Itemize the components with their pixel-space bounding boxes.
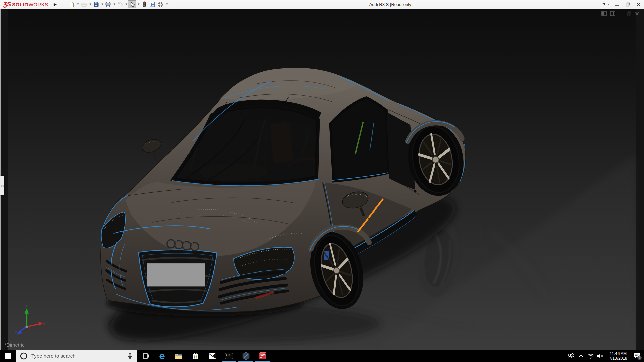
taskbar-file-explorer-button[interactable] — [170, 350, 187, 362]
panel-tab-handle-icon — [1, 185, 4, 187]
new-document-button[interactable] — [68, 0, 76, 8]
options-dropdown-arrow[interactable]: ▼ — [165, 3, 169, 6]
task-view-button[interactable] — [137, 350, 154, 362]
windows-taskbar: Type here to search e — [0, 350, 644, 362]
taskbar-store-button[interactable] — [187, 350, 204, 362]
taskbar-solidworks-button[interactable]: SW 2017 — [254, 350, 271, 362]
taskbar-command-prompt-button[interactable]: C:\_ — [221, 350, 237, 362]
help-dropdown-arrow[interactable]: ▼ — [607, 3, 610, 6]
undo-dropdown-arrow[interactable]: ▼ — [125, 3, 128, 6]
window-title: Audi R8 S [Read-only] — [369, 2, 413, 7]
new-dropdown-arrow[interactable]: ▼ — [76, 3, 80, 6]
action-center-icon: 4 — [633, 352, 642, 360]
restore-icon[interactable] — [626, 2, 630, 7]
select-cursor-icon — [129, 1, 135, 7]
rebuild-traffic-light-icon — [141, 1, 147, 7]
titlebar-separator — [52, 0, 52, 9]
taskbar-clock[interactable]: 11:46 AM 7/13/2018 — [606, 350, 631, 362]
options-button[interactable] — [156, 0, 165, 8]
taskbar-search-box[interactable]: Type here to search — [16, 350, 137, 362]
clock-time: 11:46 AM — [610, 351, 627, 356]
cortana-icon — [20, 352, 28, 360]
window-controls — [615, 2, 641, 7]
triad-x-label: X — [43, 322, 45, 326]
open-dropdown-arrow[interactable]: ▼ — [89, 3, 92, 6]
undo-icon — [117, 1, 123, 7]
doc-minimize-icon[interactable] — [619, 11, 624, 16]
titlebar-controls: ? ▼ — [602, 0, 641, 9]
taskbar-composer-button[interactable] — [237, 350, 254, 362]
search-placeholder: Type here to search — [31, 353, 124, 359]
save-floppy-icon — [93, 1, 99, 7]
solidworks-logo-mark: ƷS — [3, 1, 11, 8]
command-prompt-text: C:\_ — [226, 354, 232, 356]
triad-z-label: Z — [15, 329, 17, 333]
titlebar: ƷS SOLID WORKS ▶ ▼ ▼ — [0, 0, 644, 9]
solidworks-logo-bold: SOLID — [12, 2, 28, 7]
display-pane-icon[interactable] — [601, 11, 607, 16]
volume-button[interactable] — [596, 350, 606, 362]
volume-muted-icon — [597, 353, 604, 359]
microphone-icon[interactable] — [127, 353, 133, 359]
doc-close-icon[interactable] — [635, 11, 639, 16]
notification-badge: 4 — [639, 356, 641, 359]
doc-restore-icon[interactable] — [627, 11, 632, 16]
collapsed-feature-panel-tab[interactable] — [0, 176, 4, 195]
help-label: ? — [602, 2, 605, 7]
tray-overflow-button[interactable] — [576, 350, 586, 362]
license-plate — [147, 263, 205, 286]
edge-icon: e — [159, 352, 165, 360]
close-icon[interactable] — [636, 2, 641, 7]
save-button[interactable] — [92, 0, 100, 8]
print-icon — [105, 1, 111, 7]
wifi-icon — [587, 353, 594, 359]
open-button[interactable] — [80, 0, 88, 8]
open-folder-icon — [81, 1, 87, 7]
model-scene[interactable]: Y X Z — [0, 9, 644, 350]
document-window-controls — [601, 11, 639, 16]
people-icon — [567, 353, 574, 359]
front-grille[interactable] — [139, 250, 217, 307]
print-button[interactable] — [104, 0, 112, 8]
sw-year: 2017 — [259, 356, 266, 358]
start-button[interactable] — [0, 350, 16, 362]
clock-date: 7/13/2018 — [609, 356, 627, 361]
view-orientation-label: *Dimetric — [4, 342, 25, 348]
door-handle — [414, 190, 417, 193]
chevron-up-icon — [579, 354, 583, 357]
file-properties-icon — [149, 1, 155, 7]
file-properties-button[interactable] — [148, 0, 156, 8]
mail-icon — [208, 353, 216, 359]
minimize-icon[interactable] — [615, 2, 620, 7]
composer-hexagon-icon — [241, 352, 250, 360]
quick-access-toolbar: ▼ ▼ ▼ — [68, 0, 169, 8]
flyout-arrow-icon[interactable]: ▶ — [54, 1, 58, 7]
select-button[interactable] — [128, 0, 136, 8]
task-view-icon — [142, 353, 149, 359]
network-button[interactable] — [586, 350, 596, 362]
store-icon — [192, 352, 199, 360]
triad-y-label: Y — [25, 304, 28, 308]
solidworks-2017-icon: SW 2017 — [259, 352, 267, 360]
help-button[interactable]: ? ▼ — [602, 2, 610, 7]
people-button[interactable] — [565, 350, 576, 362]
print-dropdown-arrow[interactable]: ▼ — [113, 3, 116, 6]
solidworks-logo-light: WORKS — [29, 2, 48, 7]
taskbar-edge-button[interactable]: e — [154, 350, 170, 362]
file-explorer-icon — [175, 353, 183, 359]
taskbar-spacer — [271, 350, 565, 362]
feature-pane-icon[interactable] — [610, 11, 616, 16]
taskbar-mail-button[interactable] — [204, 350, 221, 362]
desktop: { "titlebar": { "logo": { "mark": "ƷS", … — [0, 0, 644, 362]
graphics-area[interactable]: Y X Z *Dimetric — [0, 9, 644, 350]
solidworks-logo: ƷS SOLID WORKS — [3, 1, 48, 8]
windows-logo-icon — [5, 353, 11, 359]
command-prompt-icon: C:\_ — [225, 353, 233, 359]
undo-button[interactable] — [116, 0, 124, 8]
action-center-button[interactable]: 4 — [631, 350, 644, 362]
save-dropdown-arrow[interactable]: ▼ — [101, 3, 104, 6]
new-document-icon — [69, 1, 75, 7]
options-gear-icon — [157, 1, 164, 8]
rebuild-button[interactable] — [140, 0, 148, 8]
select-dropdown-arrow[interactable]: ▼ — [137, 3, 140, 6]
